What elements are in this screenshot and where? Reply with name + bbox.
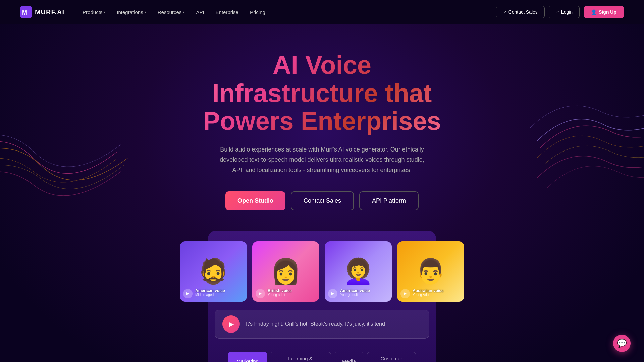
audio-text: It's Friday night. Grill's hot. Steak's … [246, 321, 422, 327]
audio-player: ▶ It's Friday night. Grill's hot. Steak'… [215, 310, 429, 339]
chevron-down-icon: ▾ [104, 10, 105, 14]
audio-play-button[interactable]: ▶ [222, 315, 240, 333]
voice-label-3: American voice Young adult [340, 288, 370, 297]
voice-label-2: British voice Young adult [268, 288, 292, 297]
login-button[interactable]: ↗ Login [549, 6, 580, 18]
nav-api[interactable]: API [191, 7, 209, 18]
chat-bubble-button[interactable]: 💬 [613, 335, 631, 352]
play-button-2[interactable]: ▶ [256, 289, 265, 298]
nav-integrations[interactable]: Integrations ▾ [112, 7, 151, 18]
nav-left: M MURF.AI Products ▾ Integrations ▾ Reso… [20, 6, 270, 18]
voice-card-3[interactable]: 👩‍🦱 ▶ American voice Young adult [325, 241, 392, 302]
svg-text:M: M [22, 9, 28, 16]
chevron-down-icon: ▾ [145, 10, 146, 14]
wave-decoration-left [0, 91, 134, 225]
voice-card-info-3: ▶ American voice Young adult [328, 288, 370, 298]
voice-card-info-4: ▶ Australian voice Young Adult [400, 288, 444, 298]
tab-marketing[interactable]: Marketing [228, 352, 267, 362]
nav-enterprise[interactable]: Enterprise [211, 7, 243, 18]
user-icon: 👤 [591, 9, 597, 15]
chat-icon: 💬 [617, 339, 627, 348]
nav-right: ↗ Contact Sales ↗ Login 👤 Sign Up [496, 6, 624, 18]
bottom-card: 🧔 ▶ American voice Middle-aged 👩 ▶ Briti… [208, 231, 436, 362]
nav-products[interactable]: Products ▾ [78, 7, 110, 18]
hero-title: AI Voice Infrastructure that Powers Ente… [188, 51, 456, 135]
logo-text: MURF.AI [35, 8, 64, 16]
hero-subtitle: Build audio experiences at scale with Mu… [215, 144, 429, 175]
cta-buttons: Open Studio Contact Sales API Platform [225, 191, 419, 210]
hero-section: AI Voice Infrastructure that Powers Ente… [0, 24, 644, 362]
nav-pricing[interactable]: Pricing [245, 7, 270, 18]
open-studio-button[interactable]: Open Studio [225, 191, 285, 210]
tab-media[interactable]: Media [334, 352, 364, 362]
voice-cards: 🧔 ▶ American voice Middle-aged 👩 ▶ Briti… [180, 241, 464, 302]
voice-card-info-1: ▶ American voice Middle-aged [183, 288, 225, 298]
external-link-icon: ↗ [503, 10, 506, 14]
category-tabs: Marketing Learning & Development Media C… [228, 352, 416, 362]
voice-card-info-2: ▶ British voice Young adult [256, 288, 292, 298]
voice-card-4[interactable]: 👨 ▶ Australian voice Young Adult [397, 241, 464, 302]
play-button-3[interactable]: ▶ [328, 289, 337, 298]
contact-sales-hero-button[interactable]: Contact Sales [291, 191, 354, 210]
tab-customer-service[interactable]: Customer Service [367, 352, 416, 362]
wave-decoration-right [470, 74, 644, 242]
play-button-4[interactable]: ▶ [400, 289, 410, 298]
tab-learning[interactable]: Learning & Development [270, 352, 331, 362]
logo[interactable]: M MURF.AI [20, 6, 64, 18]
signup-button[interactable]: 👤 Sign Up [584, 6, 624, 18]
chevron-down-icon: ▾ [183, 10, 184, 14]
nav-resources[interactable]: Resources ▾ [153, 7, 190, 18]
api-platform-button[interactable]: API Platform [359, 191, 419, 210]
external-link-icon: ↗ [556, 10, 559, 14]
play-button-1[interactable]: ▶ [183, 289, 193, 298]
nav-links: Products ▾ Integrations ▾ Resources ▾ AP… [78, 7, 270, 18]
voice-card-2[interactable]: 👩 ▶ British voice Young adult [252, 241, 319, 302]
voice-label-4: Australian voice Young Adult [413, 288, 444, 297]
navbar: M MURF.AI Products ▾ Integrations ▾ Reso… [0, 0, 644, 24]
voice-card-1[interactable]: 🧔 ▶ American voice Middle-aged [180, 241, 247, 302]
contact-sales-button[interactable]: ↗ Contact Sales [496, 6, 545, 18]
voice-label-1: American voice Middle-aged [195, 288, 225, 297]
